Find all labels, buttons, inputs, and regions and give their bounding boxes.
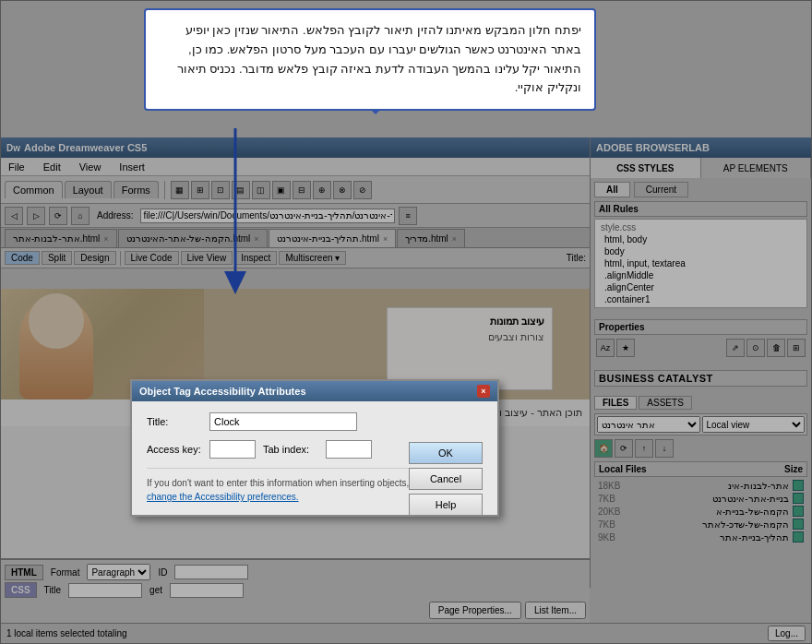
title-field-input[interactable] xyxy=(209,412,357,431)
svg-marker-1 xyxy=(224,271,246,294)
ok-button[interactable]: OK xyxy=(409,442,483,464)
modal-title: Object Tag Accessibility Attributes xyxy=(139,386,306,397)
title-field-label: Title: xyxy=(147,416,202,427)
title-field-row: Title: xyxy=(147,412,483,431)
cancel-button[interactable]: Cancel xyxy=(409,468,483,490)
tab-index-input[interactable] xyxy=(326,440,372,459)
access-key-label: Access key: xyxy=(147,444,202,455)
arrow-pointer xyxy=(217,128,254,294)
modal-dialog: Object Tag Accessibility Attributes × OK… xyxy=(130,379,499,517)
tooltip-text: יפתח חלון המבקש מאיתנו להזין תיאור לקובץ… xyxy=(177,23,581,94)
dw-window: יפתח חלון המבקש מאיתנו להזין תיאור לקובץ… xyxy=(0,0,812,644)
accessibility-link[interactable]: change the Accessibility preferences. xyxy=(147,492,299,502)
tab-index-label: Tab index: xyxy=(263,444,318,455)
modal-info-text: If you don't want to enter this informat… xyxy=(147,478,409,488)
modal-titlebar: Object Tag Accessibility Attributes × xyxy=(132,381,497,401)
access-key-input[interactable] xyxy=(209,440,256,459)
tooltip-balloon: יפתח חלון המבקש מאיתנו להזין תיאור לקובץ… xyxy=(144,8,596,111)
modal-close-btn[interactable]: × xyxy=(477,385,490,398)
help-button[interactable]: Help xyxy=(409,494,483,516)
modal-body: OK Cancel Help Title: Access key: Tab in… xyxy=(132,401,497,515)
modal-btn-group: OK Cancel Help xyxy=(409,442,483,516)
